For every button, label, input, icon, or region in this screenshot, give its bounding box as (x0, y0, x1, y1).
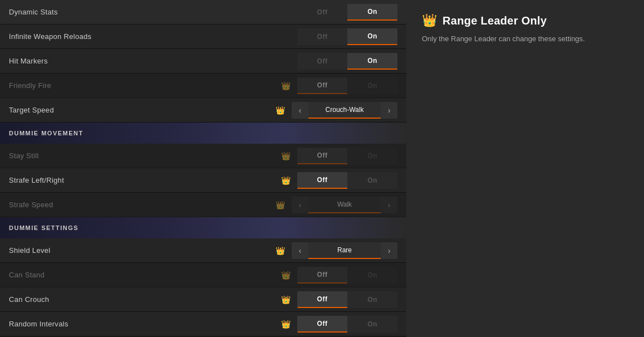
range-leader-heading: Range Leader Only (443, 14, 547, 27)
infinite-weapon-reloads-off-btn[interactable]: Off (297, 28, 347, 45)
dynamic-stats-label: Dynamic Stats (9, 8, 297, 16)
infinite-weapon-reloads-toggle: Off On (297, 28, 397, 45)
stay-still-off-btn[interactable]: Off (297, 148, 347, 164)
friendly-fire-off-btn[interactable]: Off (297, 77, 347, 94)
dynamic-stats-off-btn[interactable]: Off (297, 4, 347, 21)
friendly-fire-toggle: Off On (297, 77, 397, 94)
random-intervals-crown-icon: 👑 (281, 320, 291, 329)
can-crouch-toggle: Off On (297, 291, 397, 308)
setting-strafe-speed: Strafe Speed 👑 ‹ Walk › (0, 193, 406, 217)
infinite-weapon-reloads-label: Infinite Weapon Reloads (9, 32, 297, 41)
left-panel: Dynamic Stats Off On Infinite Weapon Rel… (0, 0, 406, 337)
strafe-left-right-crown-icon: 👑 (281, 176, 291, 185)
strafe-left-right-off-btn[interactable]: Off (297, 172, 347, 189)
range-leader-title-container: 👑 Range Leader Only (422, 13, 628, 28)
random-intervals-on-btn[interactable]: On (347, 316, 397, 333)
setting-target-speed: Target Speed 👑 ‹ Crouch-Walk › (0, 98, 406, 123)
hit-markers-toggle: Off On (297, 53, 397, 70)
random-intervals-toggle: Off On (297, 316, 397, 333)
target-speed-value: Crouch-Walk (308, 102, 381, 119)
friendly-fire-on-btn[interactable]: On (347, 77, 397, 94)
shield-level-next-btn[interactable]: › (381, 242, 397, 259)
strafe-left-right-on-btn[interactable]: On (347, 172, 397, 189)
shield-level-label: Shield Level (9, 246, 276, 255)
target-speed-label: Target Speed (9, 106, 276, 114)
random-intervals-off-btn[interactable]: Off (297, 316, 347, 333)
can-crouch-on-btn[interactable]: On (347, 291, 397, 308)
random-intervals-label: Random Intervals (9, 320, 281, 328)
hit-markers-label: Hit Markers (9, 57, 297, 65)
dynamic-stats-toggle: Off On (297, 4, 397, 21)
friendly-fire-label: Friendly Fire (9, 81, 281, 90)
target-speed-selector: ‹ Crouch-Walk › (292, 102, 397, 119)
range-leader-crown-icon: 👑 (422, 13, 437, 28)
can-crouch-off-btn[interactable]: Off (297, 291, 347, 308)
stay-still-toggle: Off On (297, 148, 397, 164)
right-panel: 👑 Range Leader Only Only the Range Leade… (406, 0, 644, 337)
setting-random-intervals: Random Intervals 👑 Off On (0, 312, 406, 336)
can-stand-crown-icon: 👑 (281, 271, 291, 280)
setting-stay-still: Stay Still 👑 Off On (0, 144, 406, 168)
stay-still-on-btn[interactable]: On (347, 148, 397, 164)
target-speed-next-btn[interactable]: › (381, 102, 397, 119)
can-stand-off-btn[interactable]: Off (297, 267, 347, 284)
friendly-fire-crown-icon: 👑 (281, 81, 291, 90)
strafe-speed-value: Walk (308, 197, 381, 213)
stay-still-crown-icon: 👑 (281, 152, 291, 160)
setting-can-crouch: Can Crouch 👑 Off On (0, 287, 406, 312)
strafe-speed-selector: ‹ Walk › (292, 197, 397, 213)
setting-infinite-weapon-reloads: Infinite Weapon Reloads Off On (0, 25, 406, 49)
stay-still-label: Stay Still (9, 152, 281, 160)
strafe-speed-label: Strafe Speed (9, 201, 276, 209)
can-crouch-crown-icon: 👑 (281, 295, 291, 304)
infinite-weapon-reloads-on-btn[interactable]: On (347, 28, 397, 45)
setting-dynamic-stats: Dynamic Stats Off On (0, 0, 406, 25)
dummie-settings-header: DUMMIE SETTINGS (0, 217, 406, 238)
target-speed-crown-icon: 👑 (276, 106, 285, 115)
shield-level-crown-icon: 👑 (276, 246, 285, 255)
dynamic-stats-on-btn[interactable]: On (347, 4, 397, 21)
can-stand-label: Can Stand (9, 271, 281, 279)
range-leader-description: Only the Range Leader can change these s… (422, 33, 628, 45)
target-speed-prev-btn[interactable]: ‹ (292, 102, 308, 119)
strafe-speed-crown-icon: 👑 (276, 201, 285, 209)
hit-markers-on-btn[interactable]: On (347, 53, 397, 70)
shield-level-value: Rare (308, 242, 381, 259)
strafe-speed-prev-btn[interactable]: ‹ (292, 197, 308, 213)
dummie-movement-header: DUMMIE MOVEMENT (0, 123, 406, 144)
dummie-movement-label: DUMMIE MOVEMENT (9, 130, 83, 136)
can-stand-toggle: Off On (297, 267, 397, 284)
setting-hit-markers: Hit Markers Off On (0, 49, 406, 74)
hit-markers-off-btn[interactable]: Off (297, 53, 347, 70)
strafe-left-right-toggle: Off On (297, 172, 397, 189)
can-crouch-label: Can Crouch (9, 295, 281, 304)
setting-strafe-left-right: Strafe Left/Right 👑 Off On (0, 168, 406, 193)
setting-shield-level: Shield Level 👑 ‹ Rare › (0, 238, 406, 263)
setting-can-stand: Can Stand 👑 Off On (0, 263, 406, 287)
strafe-left-right-label: Strafe Left/Right (9, 176, 281, 184)
strafe-speed-next-btn[interactable]: › (381, 197, 397, 213)
dummie-settings-label: DUMMIE SETTINGS (9, 224, 78, 231)
shield-level-prev-btn[interactable]: ‹ (292, 242, 308, 259)
can-stand-on-btn[interactable]: On (347, 267, 397, 284)
shield-level-selector: ‹ Rare › (292, 242, 397, 259)
setting-friendly-fire: Friendly Fire 👑 Off On (0, 74, 406, 98)
